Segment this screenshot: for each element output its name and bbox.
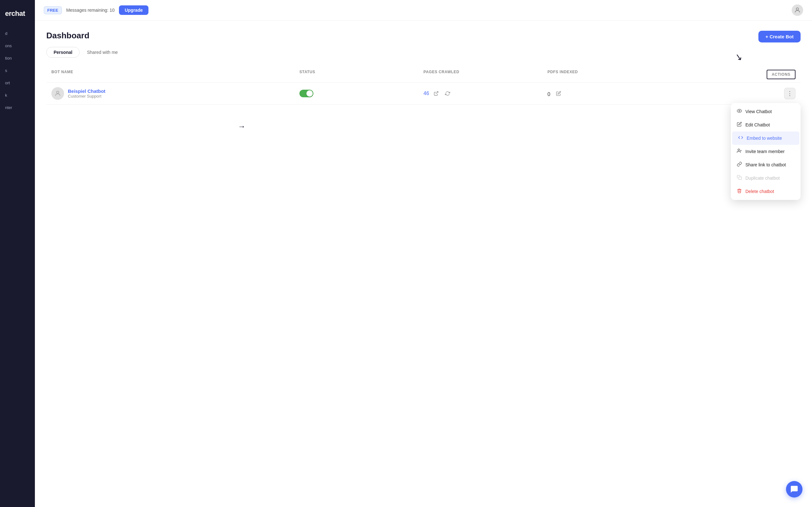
arrow-right-annotation: → [238, 122, 246, 131]
chat-bubble-button[interactable] [786, 481, 803, 498]
user-avatar[interactable] [792, 4, 803, 16]
free-badge: FREE [44, 6, 62, 14]
dashboard-tabs: Personal Shared with me [46, 47, 801, 58]
pages-crawled-value: 46 [423, 91, 429, 96]
svg-point-0 [796, 8, 798, 10]
upgrade-button[interactable]: Upgrade [119, 5, 148, 15]
col-header-botname: BOT NAME [51, 70, 299, 79]
link-icon [737, 162, 742, 168]
dropdown-view-chatbot[interactable]: View Chatbot [731, 105, 801, 118]
topbar: FREE Messages remaining: 10 Upgrade [35, 0, 812, 20]
bot-details: Beispiel Chatbot Customer Support [68, 89, 105, 99]
main-content: FREE Messages remaining: 10 Upgrade Dash… [35, 0, 812, 507]
dashboard-content: Dashboard Personal Shared with me + Crea… [35, 20, 812, 507]
page-title: Dashboard [46, 31, 801, 41]
bot-type: Customer Support [68, 94, 105, 99]
duplicate-chatbot-label: Duplicate chatbot [745, 176, 780, 181]
col-header-pdfs: PDFS INDEXED [548, 70, 671, 79]
table-row: Beispiel Chatbot Customer Support 46 [46, 83, 801, 105]
svg-line-2 [436, 92, 438, 94]
svg-point-1 [56, 91, 59, 94]
dropdown-share-link[interactable]: Share link to chatbot [731, 158, 801, 171]
invite-member-label: Invite team member [745, 149, 785, 154]
edit-chatbot-label: Edit Chatbot [745, 122, 770, 127]
col-header-status: STATUS [299, 70, 423, 79]
trash-icon [737, 188, 742, 194]
actions-dropdown: View Chatbot Edit Chatbot Embed to w [731, 103, 801, 200]
view-chatbot-label: View Chatbot [745, 109, 772, 114]
invite-icon [737, 148, 742, 155]
create-bot-button[interactable]: + Create Bot [758, 31, 801, 43]
col-header-pages: PAGES CRAWLED [423, 70, 548, 79]
sidebar-item-tion[interactable]: tion [0, 52, 35, 64]
toggle-knob [306, 90, 313, 97]
sidebar-item-ort[interactable]: ort [0, 77, 35, 89]
embed-website-label: Embed to website [747, 135, 782, 141]
dropdown-duplicate-chatbot: Duplicate chatbot [731, 171, 801, 185]
svg-point-3 [739, 110, 740, 112]
dropdown-delete-chatbot[interactable]: Delete chatbot [731, 185, 801, 198]
arrow-down-annotation: ↘ [734, 51, 743, 62]
messages-remaining-text: Messages remaining: 10 [66, 8, 115, 13]
eye-icon [737, 108, 742, 115]
dropdown-edit-chatbot[interactable]: Edit Chatbot [731, 118, 801, 131]
tab-personal[interactable]: Personal [46, 47, 80, 58]
pdfs-indexed-value: 0 [548, 92, 550, 97]
sidebar-item-nter[interactable]: nter [0, 101, 35, 114]
sidebar-brand: erchat [0, 6, 35, 27]
sidebar: erchat d ons tion s ort k nter [0, 0, 35, 507]
bots-table: BOT NAME STATUS PAGES CRAWLED PDFS INDEX… [46, 66, 801, 105]
svg-rect-7 [739, 177, 742, 180]
status-toggle[interactable] [299, 90, 313, 97]
embed-icon [738, 135, 744, 141]
more-actions-button[interactable]: ⋮ [784, 88, 796, 99]
table-header: BOT NAME STATUS PAGES CRAWLED PDFS INDEX… [46, 66, 801, 83]
duplicate-icon [737, 175, 742, 181]
edit-icon [737, 122, 742, 128]
delete-chatbot-label: Delete chatbot [745, 189, 774, 194]
sidebar-item-ons[interactable]: ons [0, 40, 35, 52]
sidebar-item-d[interactable]: d [0, 27, 35, 40]
bot-status-cell [299, 90, 423, 97]
actions-cell: ⋮ [671, 88, 796, 99]
col-header-actions: ACTIONS [671, 70, 796, 79]
bot-name[interactable]: Beispiel Chatbot [68, 89, 105, 94]
pages-crawled-cell: 46 [423, 89, 548, 98]
external-link-icon[interactable] [432, 89, 441, 98]
dropdown-invite-member[interactable]: Invite team member [731, 145, 801, 158]
bot-avatar [51, 87, 64, 100]
pdfs-indexed-cell: 0 [548, 89, 671, 98]
pdf-edit-icon[interactable] [554, 89, 563, 98]
sidebar-item-s[interactable]: s [0, 64, 35, 77]
bot-info-cell: Beispiel Chatbot Customer Support [51, 87, 299, 100]
svg-point-4 [738, 149, 740, 151]
sidebar-item-k[interactable]: k [0, 89, 35, 101]
refresh-icon[interactable] [443, 89, 452, 98]
tab-shared[interactable]: Shared with me [80, 47, 125, 58]
actions-highlight-box: ACTIONS [767, 70, 796, 79]
share-link-label: Share link to chatbot [745, 162, 786, 167]
topbar-right [792, 4, 803, 16]
dropdown-embed-website[interactable]: Embed to website [732, 131, 799, 145]
